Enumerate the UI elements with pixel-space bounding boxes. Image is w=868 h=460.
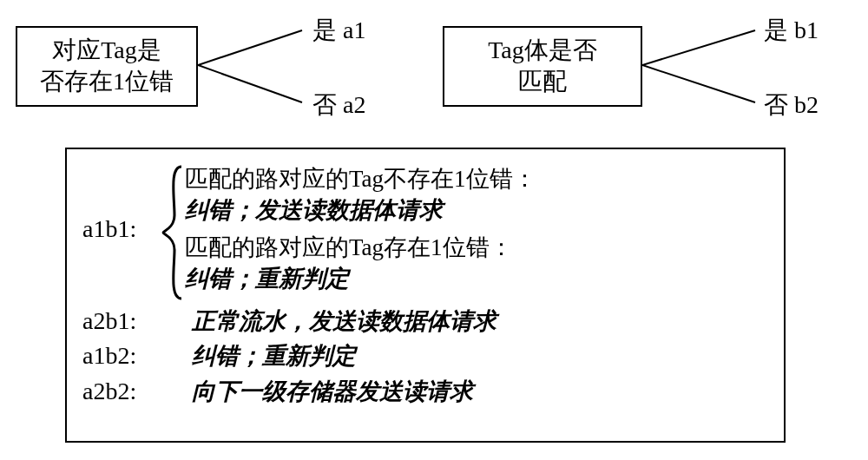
branch-no-b2: 否 b2 [764,89,819,122]
outcome-table: a1b1: 匹配的路对应的Tag不存在1位错： 纠错；发送读数据体请求 匹配的路… [65,148,786,443]
subcase-title: 匹配的路对应的Tag不存在1位错： [185,163,768,194]
branch-no-a2: 否 a2 [312,89,365,122]
outcome-action: 正常流水，发送读数据体请求 [161,306,768,337]
subcase-action: 纠错；发送读数据体请求 [185,194,768,226]
svg-line-2 [642,30,755,65]
svg-line-0 [198,30,302,65]
svg-line-3 [642,65,755,102]
subcase-action: 纠错；重新判定 [185,263,768,294]
branch-lines-left [198,26,311,113]
subcase-title: 匹配的路对应的Tag存在1位错： [185,232,768,263]
branch-yes-b1: 是 b1 [764,14,819,47]
outcome-label: a2b2: [82,376,161,405]
outcome-action: 向下一级存储器发送读请求 [161,376,768,407]
outcome-action: 纠错；重新判定 [161,340,768,371]
outcome-label: a1b2: [82,340,161,370]
branch-yes-a1: 是 a1 [312,14,365,47]
outcome-a2b2: a2b2: 向下一级存储器发送读请求 [82,376,768,407]
decision-box-tag-error: 对应Tag是 否存在1位错 [16,26,198,107]
decision-row: 对应Tag是 否存在1位错 是 a1 否 a2 Tag体是否 匹配 是 b1 否… [0,9,868,139]
svg-line-1 [198,65,302,102]
subcase-has-error: 匹配的路对应的Tag存在1位错： 纠错；重新判定 [185,232,768,295]
subcase-no-error: 匹配的路对应的Tag不存在1位错： 纠错；发送读数据体请求 [185,163,768,227]
outcome-label: a2b1: [82,306,161,335]
outcome-a1b1: a1b1: 匹配的路对应的Tag不存在1位错： 纠错；发送读数据体请求 匹配的路… [82,163,768,302]
decision-line1: 对应Tag是 [26,35,187,66]
outcome-label: a1b1: [82,163,161,243]
outcome-a1b2: a1b2: 纠错；重新判定 [82,340,768,371]
decision-line2: 匹配 [453,66,632,97]
outcome-a2b1: a2b1: 正常流水，发送读数据体请求 [82,306,768,337]
decision-line2: 否存在1位错 [26,66,187,97]
branch-lines-right [642,26,764,113]
outcome-body: 匹配的路对应的Tag不存在1位错： 纠错；发送读数据体请求 匹配的路对应的Tag… [185,163,768,300]
decision-line1: Tag体是否 [453,35,632,66]
decision-box-tag-match: Tag体是否 匹配 [443,26,642,107]
curly-brace-icon [161,163,185,302]
